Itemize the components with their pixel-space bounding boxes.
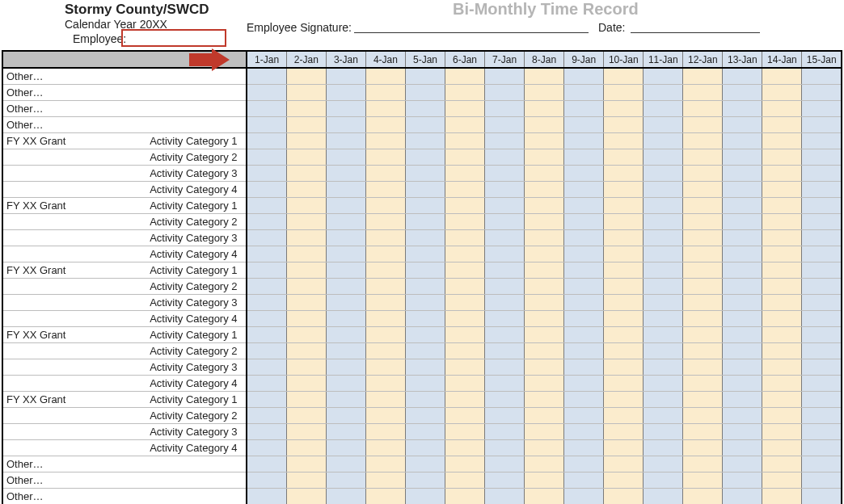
- time-cell[interactable]: [564, 262, 604, 279]
- time-cell[interactable]: [683, 166, 723, 182]
- time-cell[interactable]: [604, 489, 644, 505]
- time-cell[interactable]: [445, 133, 485, 149]
- time-cell[interactable]: [802, 359, 842, 376]
- time-cell[interactable]: [683, 279, 723, 295]
- time-cell[interactable]: [802, 182, 842, 198]
- time-cell[interactable]: [644, 166, 683, 182]
- time-cell[interactable]: [802, 295, 842, 311]
- time-cell[interactable]: [802, 214, 842, 230]
- time-cell[interactable]: [247, 214, 286, 230]
- time-cell[interactable]: [365, 246, 405, 262]
- time-cell[interactable]: [286, 262, 326, 279]
- time-cell[interactable]: [723, 424, 762, 440]
- time-cell[interactable]: [683, 311, 723, 327]
- employee-input-box[interactable]: [121, 29, 226, 47]
- time-cell[interactable]: [723, 489, 762, 505]
- time-cell[interactable]: [405, 246, 445, 262]
- time-cell[interactable]: [326, 376, 365, 392]
- time-cell[interactable]: [525, 424, 564, 440]
- time-cell[interactable]: [762, 133, 802, 149]
- time-cell[interactable]: [247, 424, 286, 440]
- time-cell[interactable]: [525, 456, 564, 472]
- time-cell[interactable]: [286, 214, 326, 230]
- time-cell[interactable]: [683, 101, 723, 117]
- time-cell[interactable]: [525, 182, 564, 198]
- time-cell[interactable]: [762, 85, 802, 101]
- time-cell[interactable]: [683, 246, 723, 262]
- time-cell[interactable]: [247, 327, 286, 343]
- time-cell[interactable]: [405, 424, 445, 440]
- time-cell[interactable]: [802, 424, 842, 440]
- time-cell[interactable]: [604, 68, 644, 85]
- time-cell[interactable]: [564, 133, 604, 149]
- time-cell[interactable]: [762, 456, 802, 472]
- time-cell[interactable]: [365, 85, 405, 101]
- time-cell[interactable]: [802, 85, 842, 101]
- time-cell[interactable]: [683, 472, 723, 489]
- time-cell[interactable]: [445, 456, 485, 472]
- time-cell[interactable]: [485, 133, 525, 149]
- time-cell[interactable]: [604, 246, 644, 262]
- time-cell[interactable]: [485, 472, 525, 489]
- time-cell[interactable]: [683, 182, 723, 198]
- time-cell[interactable]: [286, 246, 326, 262]
- time-cell[interactable]: [762, 182, 802, 198]
- time-cell[interactable]: [365, 327, 405, 343]
- time-cell[interactable]: [762, 68, 802, 85]
- time-cell[interactable]: [286, 359, 326, 376]
- time-cell[interactable]: [445, 198, 485, 214]
- time-cell[interactable]: [723, 262, 762, 279]
- time-cell[interactable]: [683, 214, 723, 230]
- time-cell[interactable]: [247, 198, 286, 214]
- time-cell[interactable]: [365, 149, 405, 166]
- time-cell[interactable]: [683, 68, 723, 85]
- time-cell[interactable]: [405, 262, 445, 279]
- time-cell[interactable]: [564, 376, 604, 392]
- time-cell[interactable]: [326, 408, 365, 424]
- time-cell[interactable]: [762, 279, 802, 295]
- time-cell[interactable]: [723, 472, 762, 489]
- time-cell[interactable]: [802, 376, 842, 392]
- time-cell[interactable]: [247, 456, 286, 472]
- time-cell[interactable]: [247, 117, 286, 133]
- time-cell[interactable]: [525, 359, 564, 376]
- time-cell[interactable]: [485, 489, 525, 505]
- time-cell[interactable]: [723, 166, 762, 182]
- time-cell[interactable]: [802, 149, 842, 166]
- time-cell[interactable]: [723, 68, 762, 85]
- time-cell[interactable]: [802, 246, 842, 262]
- time-cell[interactable]: [445, 408, 485, 424]
- time-cell[interactable]: [762, 149, 802, 166]
- time-cell[interactable]: [326, 311, 365, 327]
- time-cell[interactable]: [365, 359, 405, 376]
- signature-line[interactable]: [354, 32, 589, 33]
- time-cell[interactable]: [485, 311, 525, 327]
- time-cell[interactable]: [644, 424, 683, 440]
- time-cell[interactable]: [326, 230, 365, 246]
- time-cell[interactable]: [644, 392, 683, 408]
- time-cell[interactable]: [723, 246, 762, 262]
- time-cell[interactable]: [604, 214, 644, 230]
- time-cell[interactable]: [802, 311, 842, 327]
- time-cell[interactable]: [564, 311, 604, 327]
- time-cell[interactable]: [365, 440, 405, 456]
- time-cell[interactable]: [525, 343, 564, 359]
- time-cell[interactable]: [564, 408, 604, 424]
- time-cell[interactable]: [525, 392, 564, 408]
- time-cell[interactable]: [485, 230, 525, 246]
- time-cell[interactable]: [286, 166, 326, 182]
- time-cell[interactable]: [762, 408, 802, 424]
- time-cell[interactable]: [644, 295, 683, 311]
- time-cell[interactable]: [723, 295, 762, 311]
- time-cell[interactable]: [326, 343, 365, 359]
- time-cell[interactable]: [525, 279, 564, 295]
- time-cell[interactable]: [405, 359, 445, 376]
- time-cell[interactable]: [762, 262, 802, 279]
- time-cell[interactable]: [762, 230, 802, 246]
- time-cell[interactable]: [485, 214, 525, 230]
- time-cell[interactable]: [445, 343, 485, 359]
- time-cell[interactable]: [247, 166, 286, 182]
- time-cell[interactable]: [286, 101, 326, 117]
- time-cell[interactable]: [247, 343, 286, 359]
- time-cell[interactable]: [445, 149, 485, 166]
